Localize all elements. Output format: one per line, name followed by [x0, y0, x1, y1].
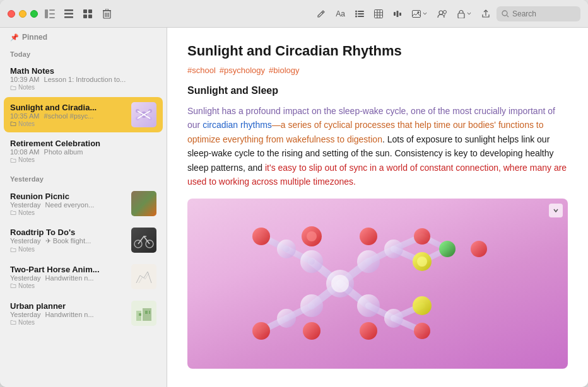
tag-biology[interactable]: #biology — [269, 66, 299, 75]
svg-point-97 — [413, 296, 432, 315]
svg-point-91 — [252, 322, 270, 340]
svg-rect-21 — [358, 13, 364, 14]
note-item-sunlight[interactable]: Sunlight and Ciradia... 10:35 AM #school… — [4, 97, 163, 132]
note-info: Math Notes 10:39 AM Lesson 1: Introducti… — [10, 66, 156, 91]
today-section-header: Today — [0, 44, 167, 61]
editor-content[interactable]: Sunlight and Circadian Rhythms #school #… — [167, 28, 588, 387]
note-body[interactable]: Sunlight has a profound impact on the sl… — [187, 104, 568, 188]
svg-point-81 — [357, 294, 380, 317]
note-meta: Yesterday Handwritten n... — [10, 274, 126, 282]
lock-button[interactable] — [454, 6, 475, 22]
svg-rect-2 — [49, 13, 55, 14]
sidebar: 📌 Pinned Today Math Notes 10:39 AM Lesso… — [0, 28, 167, 387]
main-content: 📌 Pinned Today Math Notes 10:39 AM Lesso… — [0, 28, 588, 387]
note-info: Sunlight and Ciradia... 10:35 AM #school… — [10, 103, 126, 127]
svg-point-20 — [355, 13, 357, 14]
svg-rect-51 — [143, 308, 151, 321]
note-title: Two-Part Horse Anim... — [10, 265, 126, 274]
note-image — [187, 199, 568, 369]
note-title: Retirement Celebration — [10, 139, 156, 148]
svg-point-96 — [417, 257, 427, 267]
close-button[interactable] — [8, 10, 15, 18]
svg-point-94 — [414, 323, 430, 339]
folder-icon — [10, 319, 16, 325]
maximize-button[interactable] — [30, 10, 38, 18]
note-title: Urban planner — [10, 301, 126, 311]
table-button[interactable] — [370, 6, 387, 22]
svg-point-37 — [502, 11, 507, 16]
note-thumbnail-urban — [131, 301, 156, 326]
grid-view-button[interactable] — [81, 7, 95, 21]
note-thumbnail-bike — [131, 228, 156, 253]
note-title: Reunion Picnic — [10, 192, 126, 201]
svg-rect-9 — [83, 14, 87, 18]
note-meta: 10:39 AM Lesson 1: Introduction to... — [10, 76, 156, 83]
svg-point-87 — [307, 231, 317, 241]
folder-icon — [10, 120, 16, 127]
note-info: Reunion Picnic Yesterday Need everyon...… — [10, 192, 126, 216]
svg-rect-19 — [358, 11, 364, 12]
note-meta: 10:08 AM Photo album — [10, 148, 156, 156]
note-item-retirement[interactable]: Retirement Celebration 10:08 AM Photo al… — [4, 134, 163, 168]
svg-point-99 — [471, 241, 487, 257]
image-collapse-button[interactable] — [549, 204, 563, 217]
delete-button[interactable] — [100, 7, 114, 21]
note-tags: #school #psychology #biology — [187, 66, 568, 75]
tag-school[interactable]: #school — [187, 66, 216, 75]
note-folder: Notes — [10, 156, 156, 163]
svg-point-92 — [360, 322, 377, 340]
svg-point-84 — [384, 240, 403, 258]
body-text-normal-3: and — [245, 163, 265, 173]
note-item-horse[interactable]: Two-Part Horse Anim... Yesterday Handwri… — [4, 259, 163, 294]
note-subtitle: Sunlight and Sleep — [187, 85, 568, 96]
search-input[interactable] — [512, 9, 575, 18]
svg-point-77 — [331, 275, 349, 292]
svg-rect-13 — [105, 9, 108, 11]
note-folder: Notes — [10, 209, 126, 216]
media-button[interactable] — [408, 6, 431, 22]
folder-icon — [10, 84, 16, 91]
note-item-roadtrip[interactable]: Roadtrip To Do's Yesterday ✈ Book flight… — [4, 222, 163, 258]
note-title: Sunlight and Ciradia... — [10, 103, 126, 112]
svg-rect-4 — [64, 9, 73, 11]
sidebar-toggle-button[interactable] — [43, 7, 57, 21]
share-button[interactable] — [478, 6, 494, 22]
svg-point-89 — [360, 228, 377, 245]
svg-point-93 — [414, 228, 430, 245]
compose-button[interactable] — [313, 6, 329, 22]
note-item-urban[interactable]: Urban planner Yesterday Handwritten n...… — [4, 296, 163, 331]
note-item-math[interactable]: Math Notes 10:39 AM Lesson 1: Introducti… — [4, 61, 163, 96]
svg-rect-31 — [399, 13, 401, 16]
folder-icon — [10, 209, 16, 216]
svg-point-80 — [357, 250, 380, 273]
note-item-reunion[interactable]: Reunion Picnic Yesterday Need everyon...… — [4, 186, 163, 221]
note-meta: Yesterday Need everyon... — [10, 201, 126, 209]
svg-point-90 — [303, 322, 320, 340]
body-text-blue: circadian rhythms — [203, 120, 272, 130]
titlebar: Aa — [0, 0, 588, 28]
note-info: Two-Part Horse Anim... Yesterday Handwri… — [10, 265, 126, 289]
folder-icon — [10, 246, 16, 253]
format-button[interactable]: Aa — [332, 6, 349, 22]
svg-point-35 — [444, 10, 447, 13]
tag-psychology[interactable]: #psychology — [220, 66, 265, 75]
svg-rect-36 — [458, 13, 464, 18]
audio-button[interactable] — [389, 6, 406, 22]
svg-point-78 — [300, 250, 323, 273]
note-folder: Notes — [10, 319, 126, 326]
app-window: Aa — [0, 0, 588, 387]
note-info: Urban planner Yesterday Handwritten n...… — [10, 301, 126, 326]
note-info: Retirement Celebration 10:08 AM Photo al… — [10, 139, 156, 163]
svg-rect-29 — [394, 12, 396, 16]
note-meta: Yesterday ✈ Book flight... — [10, 237, 126, 245]
note-thumbnail-picnic — [131, 191, 156, 216]
minimize-button[interactable] — [19, 10, 26, 18]
bullets-button[interactable] — [351, 6, 368, 22]
svg-point-85 — [384, 309, 403, 328]
pinned-section-header: 📌 Pinned — [0, 28, 167, 44]
svg-point-88 — [252, 228, 270, 245]
list-view-button[interactable] — [62, 7, 76, 21]
note-meta: 10:35 AM #school #psyc... — [10, 112, 126, 120]
search-bar[interactable] — [497, 6, 580, 21]
collab-button[interactable] — [433, 6, 451, 22]
